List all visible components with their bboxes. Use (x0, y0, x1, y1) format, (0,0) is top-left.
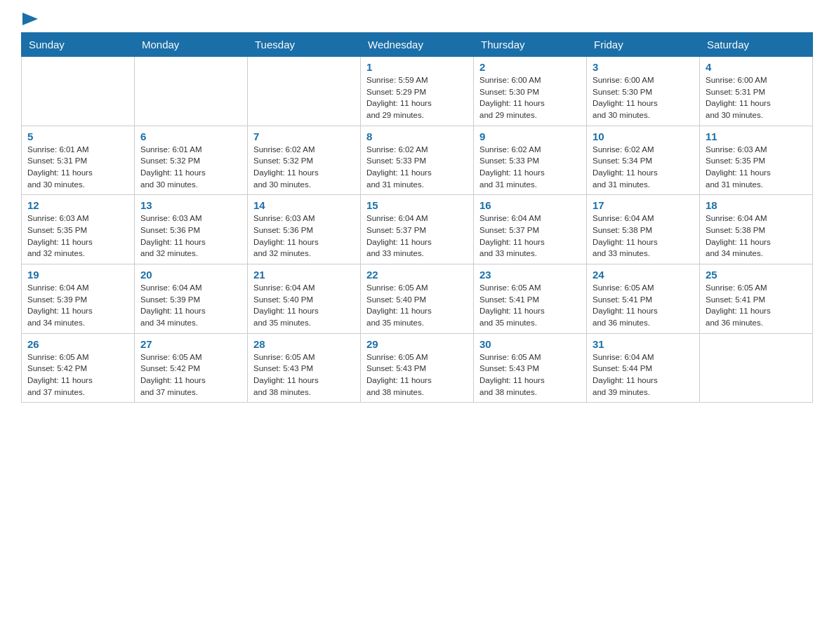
calendar-week-row: 19Sunrise: 6:04 AM Sunset: 5:39 PM Dayli… (22, 264, 813, 334)
day-number: 30 (479, 338, 581, 350)
calendar-cell: 24Sunrise: 6:05 AM Sunset: 5:41 PM Dayli… (587, 264, 700, 334)
day-number: 5 (27, 130, 128, 142)
logo-flag-icon (22, 13, 38, 25)
day-number: 21 (253, 269, 355, 281)
calendar-cell: 25Sunrise: 6:05 AM Sunset: 5:41 PM Dayli… (700, 264, 813, 334)
day-number: 6 (140, 130, 241, 142)
day-info: Sunrise: 6:05 AM Sunset: 5:40 PM Dayligh… (366, 282, 468, 329)
calendar-cell: 7Sunrise: 6:02 AM Sunset: 5:32 PM Daylig… (248, 126, 361, 195)
day-number: 9 (479, 130, 581, 142)
day-number: 15 (366, 199, 468, 211)
day-info: Sunrise: 6:02 AM Sunset: 5:33 PM Dayligh… (366, 144, 468, 191)
day-number: 28 (253, 338, 355, 350)
calendar-cell: 12Sunrise: 6:03 AM Sunset: 5:35 PM Dayli… (22, 195, 135, 264)
day-number: 27 (140, 338, 241, 350)
calendar-cell: 6Sunrise: 6:01 AM Sunset: 5:32 PM Daylig… (135, 126, 248, 195)
calendar-cell: 17Sunrise: 6:04 AM Sunset: 5:38 PM Dayli… (587, 195, 700, 264)
day-info: Sunrise: 6:04 AM Sunset: 5:37 PM Dayligh… (479, 213, 581, 260)
calendar-cell (22, 57, 135, 126)
calendar-cell: 4Sunrise: 6:00 AM Sunset: 5:31 PM Daylig… (700, 57, 813, 126)
day-info: Sunrise: 6:00 AM Sunset: 5:30 PM Dayligh… (479, 74, 581, 121)
weekday-header-row: SundayMondayTuesdayWednesdayThursdayFrid… (22, 33, 813, 57)
day-info: Sunrise: 6:00 AM Sunset: 5:31 PM Dayligh… (706, 74, 807, 121)
weekday-header-thursday: Thursday (474, 33, 587, 57)
day-info: Sunrise: 6:05 AM Sunset: 5:43 PM Dayligh… (479, 351, 581, 398)
calendar-cell: 19Sunrise: 6:04 AM Sunset: 5:39 PM Dayli… (22, 264, 135, 334)
day-info: Sunrise: 6:05 AM Sunset: 5:41 PM Dayligh… (593, 282, 694, 329)
day-info: Sunrise: 6:02 AM Sunset: 5:34 PM Dayligh… (593, 144, 694, 191)
day-number: 10 (593, 130, 694, 142)
svg-marker-0 (22, 13, 38, 25)
day-info: Sunrise: 6:01 AM Sunset: 5:32 PM Dayligh… (140, 144, 241, 191)
day-info: Sunrise: 6:05 AM Sunset: 5:43 PM Dayligh… (366, 351, 468, 398)
day-info: Sunrise: 6:04 AM Sunset: 5:38 PM Dayligh… (706, 213, 807, 260)
calendar-cell (135, 57, 248, 126)
day-info: Sunrise: 6:02 AM Sunset: 5:33 PM Dayligh… (479, 144, 581, 191)
calendar-cell: 29Sunrise: 6:05 AM Sunset: 5:43 PM Dayli… (361, 333, 474, 403)
calendar-cell: 5Sunrise: 6:01 AM Sunset: 5:31 PM Daylig… (22, 126, 135, 195)
day-number: 29 (366, 338, 468, 350)
calendar-cell: 3Sunrise: 6:00 AM Sunset: 5:30 PM Daylig… (587, 57, 700, 126)
day-info: Sunrise: 5:59 AM Sunset: 5:29 PM Dayligh… (366, 74, 468, 121)
day-info: Sunrise: 6:05 AM Sunset: 5:41 PM Dayligh… (479, 282, 581, 329)
day-info: Sunrise: 6:04 AM Sunset: 5:39 PM Dayligh… (27, 282, 128, 329)
page-header (21, 14, 813, 25)
weekday-header-tuesday: Tuesday (248, 33, 361, 57)
calendar-cell (700, 333, 813, 403)
day-info: Sunrise: 6:04 AM Sunset: 5:39 PM Dayligh… (140, 282, 241, 329)
calendar-table: SundayMondayTuesdayWednesdayThursdayFrid… (21, 32, 813, 403)
day-info: Sunrise: 6:04 AM Sunset: 5:44 PM Dayligh… (593, 351, 694, 398)
calendar-cell: 15Sunrise: 6:04 AM Sunset: 5:37 PM Dayli… (361, 195, 474, 264)
day-number: 14 (253, 199, 355, 211)
day-info: Sunrise: 6:05 AM Sunset: 5:42 PM Dayligh… (140, 351, 241, 398)
calendar-cell: 28Sunrise: 6:05 AM Sunset: 5:43 PM Dayli… (248, 333, 361, 403)
day-info: Sunrise: 6:04 AM Sunset: 5:40 PM Dayligh… (253, 282, 355, 329)
calendar-cell: 1Sunrise: 5:59 AM Sunset: 5:29 PM Daylig… (361, 57, 474, 126)
calendar-cell: 27Sunrise: 6:05 AM Sunset: 5:42 PM Dayli… (135, 333, 248, 403)
day-number: 25 (706, 269, 807, 281)
calendar-cell: 13Sunrise: 6:03 AM Sunset: 5:36 PM Dayli… (135, 195, 248, 264)
calendar-cell (248, 57, 361, 126)
day-number: 31 (593, 338, 694, 350)
weekday-header-wednesday: Wednesday (361, 33, 474, 57)
calendar-cell: 30Sunrise: 6:05 AM Sunset: 5:43 PM Dayli… (474, 333, 587, 403)
day-number: 20 (140, 269, 241, 281)
day-info: Sunrise: 6:00 AM Sunset: 5:30 PM Dayligh… (593, 74, 694, 121)
day-number: 2 (479, 61, 581, 73)
day-info: Sunrise: 6:03 AM Sunset: 5:35 PM Dayligh… (706, 144, 807, 191)
day-number: 13 (140, 199, 241, 211)
weekday-header-monday: Monday (135, 33, 248, 57)
calendar-cell: 14Sunrise: 6:03 AM Sunset: 5:36 PM Dayli… (248, 195, 361, 264)
calendar-cell: 18Sunrise: 6:04 AM Sunset: 5:38 PM Dayli… (700, 195, 813, 264)
logo (21, 14, 38, 25)
calendar-cell: 31Sunrise: 6:04 AM Sunset: 5:44 PM Dayli… (587, 333, 700, 403)
day-info: Sunrise: 6:04 AM Sunset: 5:38 PM Dayligh… (593, 213, 694, 260)
calendar-cell: 16Sunrise: 6:04 AM Sunset: 5:37 PM Dayli… (474, 195, 587, 264)
day-info: Sunrise: 6:05 AM Sunset: 5:41 PM Dayligh… (706, 282, 807, 329)
day-number: 24 (593, 269, 694, 281)
day-number: 8 (366, 130, 468, 142)
weekday-header-friday: Friday (587, 33, 700, 57)
day-number: 7 (253, 130, 355, 142)
calendar-cell: 22Sunrise: 6:05 AM Sunset: 5:40 PM Dayli… (361, 264, 474, 334)
calendar-cell: 21Sunrise: 6:04 AM Sunset: 5:40 PM Dayli… (248, 264, 361, 334)
day-number: 11 (706, 130, 807, 142)
calendar-cell: 8Sunrise: 6:02 AM Sunset: 5:33 PM Daylig… (361, 126, 474, 195)
weekday-header-saturday: Saturday (700, 33, 813, 57)
calendar-cell: 23Sunrise: 6:05 AM Sunset: 5:41 PM Dayli… (474, 264, 587, 334)
day-info: Sunrise: 6:01 AM Sunset: 5:31 PM Dayligh… (27, 144, 128, 191)
weekday-header-sunday: Sunday (22, 33, 135, 57)
day-number: 17 (593, 199, 694, 211)
day-number: 18 (706, 199, 807, 211)
day-number: 22 (366, 269, 468, 281)
calendar-cell: 11Sunrise: 6:03 AM Sunset: 5:35 PM Dayli… (700, 126, 813, 195)
calendar-week-row: 26Sunrise: 6:05 AM Sunset: 5:42 PM Dayli… (22, 333, 813, 403)
calendar-cell: 2Sunrise: 6:00 AM Sunset: 5:30 PM Daylig… (474, 57, 587, 126)
day-number: 16 (479, 199, 581, 211)
calendar-week-row: 12Sunrise: 6:03 AM Sunset: 5:35 PM Dayli… (22, 195, 813, 264)
day-number: 23 (479, 269, 581, 281)
calendar-cell: 10Sunrise: 6:02 AM Sunset: 5:34 PM Dayli… (587, 126, 700, 195)
day-number: 26 (27, 338, 128, 350)
day-info: Sunrise: 6:02 AM Sunset: 5:32 PM Dayligh… (253, 144, 355, 191)
day-info: Sunrise: 6:05 AM Sunset: 5:42 PM Dayligh… (27, 351, 128, 398)
